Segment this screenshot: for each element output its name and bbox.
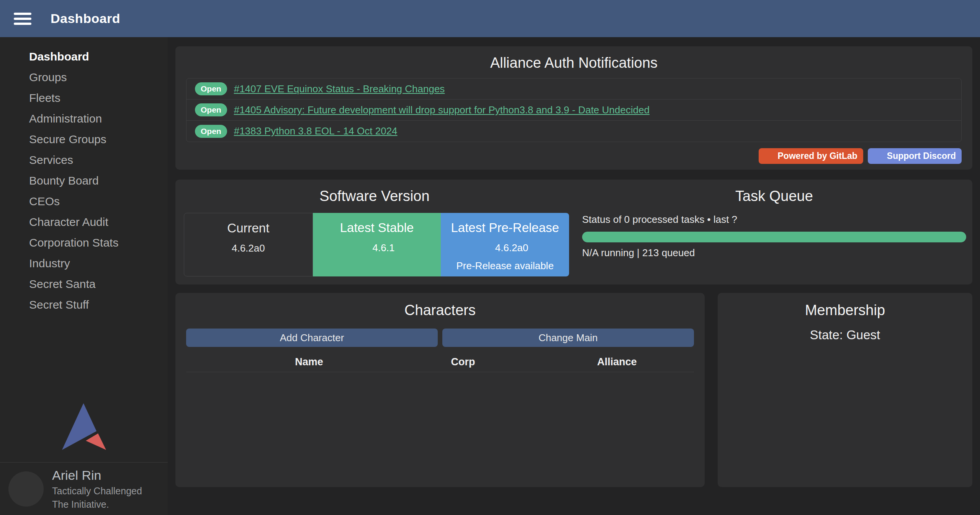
- user-info: Ariel Rin Tactically Challenged The Init…: [52, 467, 142, 510]
- eye-icon: [11, 298, 24, 311]
- sidebar-item-label: Secret Stuff: [29, 298, 89, 311]
- user-lock-icon: [11, 133, 24, 146]
- plus-icon[interactable]: [903, 13, 914, 25]
- menu-toggle-icon[interactable]: [14, 10, 31, 28]
- sidebar-item-administration[interactable]: Administration: [0, 108, 168, 129]
- software-version-section: Software Version Current 4.6.2a0 Latest …: [175, 188, 574, 284]
- gear-icon[interactable]: [144, 482, 158, 496]
- sidebar-item-ceos[interactable]: CEOs: [0, 191, 168, 212]
- sidebar-nav: DashboardGroupsFleetsAdministrationSecur…: [0, 37, 168, 315]
- sidebar-item-dashboard[interactable]: Dashboard: [0, 46, 168, 67]
- sidebar-item-fleets[interactable]: Fleets: [0, 88, 168, 108]
- column-header: Alliance: [540, 356, 694, 368]
- sidebar-item-label: Corporation Stats: [29, 236, 118, 249]
- sidebar-item-label: CEOs: [29, 195, 60, 208]
- notifications-title: Alliance Auth Notifications: [186, 55, 962, 71]
- version-box-stable: Latest Stable 4.6.1: [313, 213, 441, 276]
- column-header: Name: [232, 356, 386, 368]
- chevron-down-icon: [151, 196, 162, 207]
- characters-table: NameCorpAlliance: [186, 352, 694, 372]
- notification-row: Open#1405 Advisory: Future development w…: [187, 100, 961, 121]
- share-icon: [11, 236, 24, 249]
- task-progress-fill: [582, 232, 966, 242]
- stable-version: 4.6.1: [373, 242, 395, 254]
- sidebar-item-services[interactable]: Services: [0, 150, 168, 170]
- membership-panel: Membership State: Guest: [718, 293, 972, 487]
- bottom-row: Characters Add Character Change Main Nam…: [175, 293, 972, 487]
- sidebar-item-label: Industry: [29, 257, 70, 270]
- notification-row: Open#1407 EVE Equinox Status - Breaking …: [187, 78, 961, 100]
- notifications-footer: Powered by GitLab Support Discord: [186, 148, 962, 164]
- shuffle-icon[interactable]: [927, 13, 939, 25]
- chevron-down-icon: [151, 299, 162, 310]
- dashboard-icon: [11, 50, 24, 63]
- sidebar-item-label: Services: [29, 154, 73, 167]
- add-character-button[interactable]: Add Character: [186, 329, 438, 347]
- sidebar-item-label: Groups: [29, 71, 67, 84]
- notification-row: Open#1383 Python 3.8 EOL - 14 Oct 2024: [187, 121, 961, 142]
- gitlab-icon: [482, 243, 492, 253]
- notification-link[interactable]: #1405 Advisory: Future development will …: [234, 104, 650, 116]
- membership-state: State: Guest: [725, 328, 965, 342]
- prerelease-note: Pre-Release available: [441, 260, 569, 272]
- page-title: Dashboard: [51, 11, 120, 26]
- user-name: Ariel Rin: [52, 467, 142, 484]
- chevron-down-icon: [151, 113, 162, 124]
- shuttle-icon: [11, 92, 24, 105]
- alliance-auth-logo: [0, 403, 168, 462]
- chevron-down-icon: [151, 72, 162, 83]
- support-discord-badge[interactable]: Support Discord: [868, 148, 962, 164]
- bell-icon[interactable]: [952, 12, 965, 25]
- prerelease-version: 4.6.2a0: [495, 242, 528, 254]
- hammer-icon: [11, 257, 24, 270]
- sidebar-item-label: Character Audit: [29, 216, 108, 229]
- sidebar-item-label: Fleets: [29, 92, 61, 105]
- task-queue-section: Task Queue Status of 0 processed tasks •…: [574, 188, 972, 284]
- user-avatar: [8, 471, 44, 507]
- gitlab-icon: [359, 243, 370, 253]
- shop-icon: [11, 174, 24, 187]
- status-badge: Open: [195, 82, 227, 95]
- column-header: Corp: [386, 356, 540, 368]
- top-navbar: Dashboard: [0, 0, 980, 37]
- notifications-panel: Alliance Auth Notifications Open#1407 EV…: [175, 46, 972, 170]
- change-main-button[interactable]: Change Main: [442, 329, 694, 347]
- user-icon: [11, 71, 24, 84]
- corp-logo-badge: [5, 490, 24, 509]
- software-version-title: Software Version: [175, 188, 574, 204]
- sidebar-item-industry[interactable]: Industry: [0, 253, 168, 274]
- sidebar-item-bounty-board[interactable]: Bounty Board: [0, 170, 168, 191]
- characters-title: Characters: [186, 302, 694, 319]
- notification-link[interactable]: #1383 Python 3.8 EOL - 14 Oct 2024: [234, 125, 398, 137]
- sidebar-item-secure-groups[interactable]: Secure Groups: [0, 129, 168, 150]
- sidebar-item-corporation-stats[interactable]: Corporation Stats: [0, 232, 168, 253]
- notifications-list: Open#1407 EVE Equinox Status - Breaking …: [186, 78, 962, 142]
- version-box-prerelease: Latest Pre-Release 4.6.2a0 Pre-Release a…: [441, 213, 569, 276]
- task-queue-title: Task Queue: [582, 188, 966, 204]
- notification-link[interactable]: #1407 EVE Equinox Status - Breaking Chan…: [234, 83, 445, 95]
- characters-actions: Add Character Change Main: [186, 329, 694, 347]
- alliance-logo-badge: [31, 493, 48, 510]
- prerelease-label: Latest Pre-Release: [441, 221, 569, 235]
- sidebar-item-groups[interactable]: Groups: [0, 67, 168, 88]
- sidebar-item-secret-stuff[interactable]: Secret Stuff: [0, 294, 168, 315]
- status-badge: Open: [195, 103, 227, 116]
- user-corporation: Tactically Challenged: [52, 485, 142, 497]
- gears-icon: [11, 154, 24, 167]
- discord-badge-label: Support Discord: [887, 151, 956, 161]
- sidebar-item-secret-santa[interactable]: Secret Santa: [0, 274, 168, 294]
- main-content: Alliance Auth Notifications Open#1407 EV…: [168, 37, 980, 515]
- sidebar-item-character-audit[interactable]: Character Audit: [0, 212, 168, 232]
- characters-panel: Characters Add Character Change Main Nam…: [175, 293, 705, 487]
- version-box-current: Current 4.6.2a0: [184, 213, 313, 276]
- user-alliance: The Initiative.: [52, 499, 142, 510]
- current-label: Current: [184, 221, 312, 235]
- gifts-icon: [11, 278, 24, 291]
- powered-by-gitlab-badge[interactable]: Powered by GitLab: [759, 148, 863, 164]
- gitlab-badge-label: Powered by GitLab: [778, 151, 857, 161]
- sidebar-item-label: Administration: [29, 112, 102, 125]
- chevron-down-icon: [151, 93, 162, 103]
- sidebar-item-label: Secure Groups: [29, 133, 106, 146]
- sidebar: DashboardGroupsFleetsAdministrationSecur…: [0, 37, 168, 515]
- user-panel: Ariel Rin Tactically Challenged The Init…: [0, 462, 168, 515]
